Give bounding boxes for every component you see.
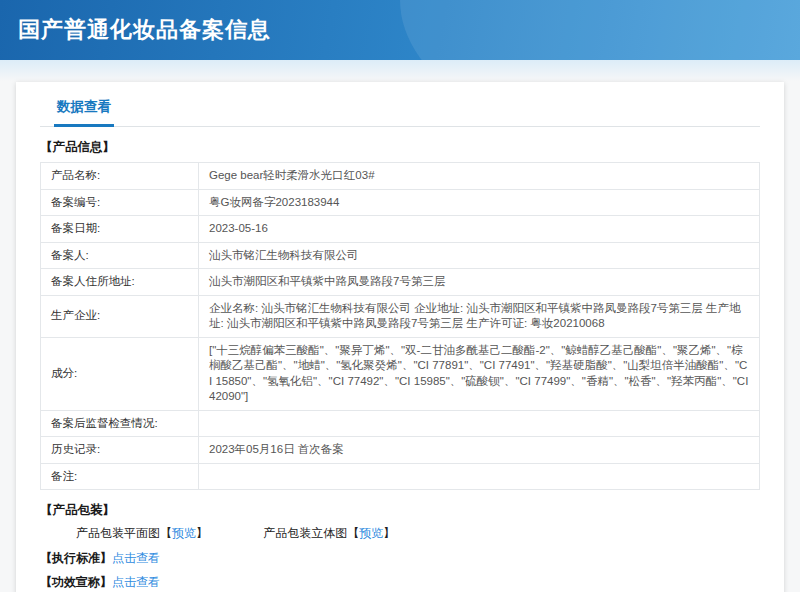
efficacy-view-link[interactable]: 点击查看 [112,575,160,589]
packaging-flat-label: 产品包装平面图【 [76,526,172,540]
row-label: 备案人: [41,242,199,269]
row-value [199,463,760,490]
row-value: 2023年05月16日 首次备案 [199,437,760,464]
row-value: 企业名称: 汕头市铭汇生物科技有限公司 企业地址: 汕头市潮阳区和平镇紫中路凤曼… [199,295,760,337]
table-row: 备案日期: 2023-05-16 [41,216,760,243]
tab-bar: 数据查看 [40,94,760,127]
row-value: ["十三烷醇偏苯三酸酯"、"聚异丁烯"、"双-二甘油多酰基己二酸酯-2"、"鲸蜡… [199,337,760,410]
row-value: 粤G妆网备字2023183944 [199,189,760,216]
content-card: 数据查看 【产品信息】 产品名称: Gege bear轻时柔滑水光口红03# 备… [16,82,784,592]
row-label: 备注: [41,463,199,490]
table-row: 备案后监督检查情况: [41,410,760,437]
section-packaging: 【产品包装】 [40,502,760,519]
packaging-solid-preview-link[interactable]: 预览 [359,526,383,540]
standard-view-link[interactable]: 点击查看 [112,551,160,565]
header-decoration [0,60,800,82]
section-efficacy: 【功效宣称】 [40,575,112,589]
page-header: 国产普通化妆品备案信息 [0,0,800,60]
table-row: 备案编号: 粤G妆网备字2023183944 [41,189,760,216]
table-row: 历史记录: 2023年05月16日 首次备案 [41,437,760,464]
row-value: Gege bear轻时柔滑水光口红03# [199,163,760,190]
row-label: 历史记录: [41,437,199,464]
efficacy-line: 【功效宣称】点击查看 [40,574,760,591]
standard-line: 【执行标准】点击查看 [40,550,760,567]
packaging-solid-bracket: 】 [383,526,395,540]
packaging-flat-item: 产品包装平面图【预览】 [76,525,208,542]
row-label: 备案人住所地址: [41,269,199,296]
table-row: 备案人住所地址: 汕头市潮阳区和平镇紫中路凤曼路段7号第三层 [41,269,760,296]
packaging-solid-item: 产品包装立体图【预览】 [263,525,395,542]
row-value: 汕头市铭汇生物科技有限公司 [199,242,760,269]
page-title: 国产普通化妆品备案信息 [18,15,271,45]
page: 国产普通化妆品备案信息 数据查看 【产品信息】 产品名称: Gege bear轻… [0,0,800,592]
row-label: 备案编号: [41,189,199,216]
table-row: 备案人: 汕头市铭汇生物科技有限公司 [41,242,760,269]
table-row: 备注: [41,463,760,490]
packaging-line: 产品包装平面图【预览】 产品包装立体图【预览】 [40,525,760,542]
row-value: 2023-05-16 [199,216,760,243]
section-standard: 【执行标准】 [40,551,112,565]
table-row: 产品名称: Gege bear轻时柔滑水光口红03# [41,163,760,190]
row-label: 产品名称: [41,163,199,190]
row-label: 生产企业: [41,295,199,337]
table-row: 成分: ["十三烷醇偏苯三酸酯"、"聚异丁烯"、"双-二甘油多酰基己二酸酯-2"… [41,337,760,410]
row-value: 汕头市潮阳区和平镇紫中路凤曼路段7号第三层 [199,269,760,296]
table-row: 生产企业: 企业名称: 汕头市铭汇生物科技有限公司 企业地址: 汕头市潮阳区和平… [41,295,760,337]
row-label: 备案日期: [41,216,199,243]
row-value [199,410,760,437]
row-label: 备案后监督检查情况: [41,410,199,437]
tab-data-view[interactable]: 数据查看 [54,94,114,127]
row-label: 成分: [41,337,199,410]
packaging-flat-preview-link[interactable]: 预览 [172,526,196,540]
product-info-table: 产品名称: Gege bear轻时柔滑水光口红03# 备案编号: 粤G妆网备字2… [40,162,760,490]
packaging-flat-bracket: 】 [196,526,208,540]
packaging-solid-label: 产品包装立体图【 [263,526,359,540]
section-product-info: 【产品信息】 [40,139,760,156]
